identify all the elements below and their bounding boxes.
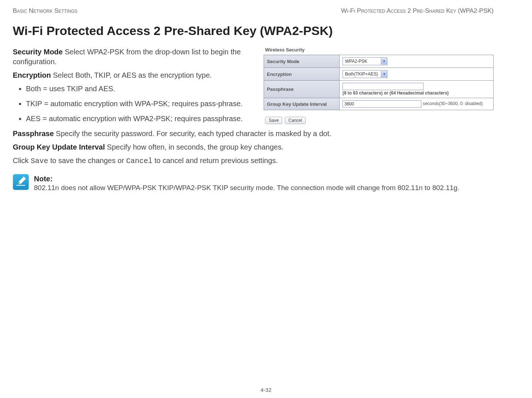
row-security-mode: Security Mode WPA2-PSK ▼ xyxy=(264,55,494,68)
config-table: Security Mode WPA2-PSK ▼ Encryption Both… xyxy=(264,55,494,110)
cancel-button[interactable]: Cancel xyxy=(285,117,306,124)
term-passphrase: Passphrase xyxy=(13,130,54,138)
pencil-note-icon xyxy=(13,174,29,190)
para-closing: Click Save to save the changes or Cancel… xyxy=(13,156,494,166)
closing-cancel: Cancel xyxy=(126,157,152,165)
chevron-down-icon: ▼ xyxy=(381,58,387,65)
closing-save: Save xyxy=(31,157,48,165)
closing-mid: to save the changes or xyxy=(48,157,126,165)
label-group-key: Group Key Update Interval xyxy=(264,98,340,110)
row-group-key: Group Key Update Interval 3600 seconds(3… xyxy=(264,98,494,110)
note-text: 802.11n does not allow WEP/WPA-PSK TKIP/… xyxy=(34,183,459,193)
text-group-key: Specify how often, in seconds, the group… xyxy=(105,143,283,151)
save-button[interactable]: Save xyxy=(265,117,282,124)
closing-pre: Click xyxy=(13,157,31,165)
header-left: Basic Network Settings xyxy=(13,7,77,15)
para-group-key: Group Key Update Interval Specify how of… xyxy=(13,142,494,152)
security-mode-dropdown[interactable]: WPA2-PSK ▼ xyxy=(342,57,387,65)
label-passphrase: Passphrase xyxy=(264,81,340,98)
text-passphrase: Specify the security password. For secur… xyxy=(54,130,331,138)
wireless-security-figure: Wireless Security Security Mode WPA2-PSK… xyxy=(264,47,494,124)
text-encryption: Select Both, TKIP, or AES as the encrypt… xyxy=(51,71,212,79)
term-security-mode: Security Mode xyxy=(13,48,63,56)
term-group-key: Group Key Update Interval xyxy=(13,143,105,151)
note-label: Note: xyxy=(34,174,459,183)
chevron-down-icon: ▼ xyxy=(381,71,387,77)
encryption-dropdown[interactable]: Both(TKIP+AES) ▼ xyxy=(342,70,387,78)
label-encryption: Encryption xyxy=(264,68,340,81)
term-encryption: Encryption xyxy=(13,71,51,79)
page-title: Wi-Fi Protected Access 2 Pre-Shared Key … xyxy=(13,24,494,38)
svg-rect-0 xyxy=(16,185,25,186)
para-passphrase: Passphrase Specify the security password… xyxy=(13,129,494,139)
security-mode-value: WPA2-PSK xyxy=(343,59,381,64)
passphrase-hint: (8 to 63 characters) or (64 Hexadecimal … xyxy=(342,90,449,96)
group-key-input[interactable]: 3600 xyxy=(342,100,421,108)
encryption-value: Both(TKIP+AES) xyxy=(343,72,381,77)
row-encryption: Encryption Both(TKIP+AES) ▼ xyxy=(264,68,494,81)
figure-caption: Wireless Security xyxy=(264,47,494,53)
row-passphrase: Passphrase (8 to 63 characters) or (64 H… xyxy=(264,81,494,98)
closing-post: to cancel and return previous settings. xyxy=(152,157,278,165)
group-key-hint: seconds(30~3600, 0: disabled) xyxy=(423,101,483,106)
note-block: Note: 802.11n does not allow WEP/WPA-PSK… xyxy=(13,174,494,193)
label-security-mode: Security Mode xyxy=(264,55,340,68)
header-right: Wi-Fi Protected Access 2 Pre-Shared Key … xyxy=(341,7,494,15)
passphrase-input[interactable] xyxy=(342,83,424,90)
